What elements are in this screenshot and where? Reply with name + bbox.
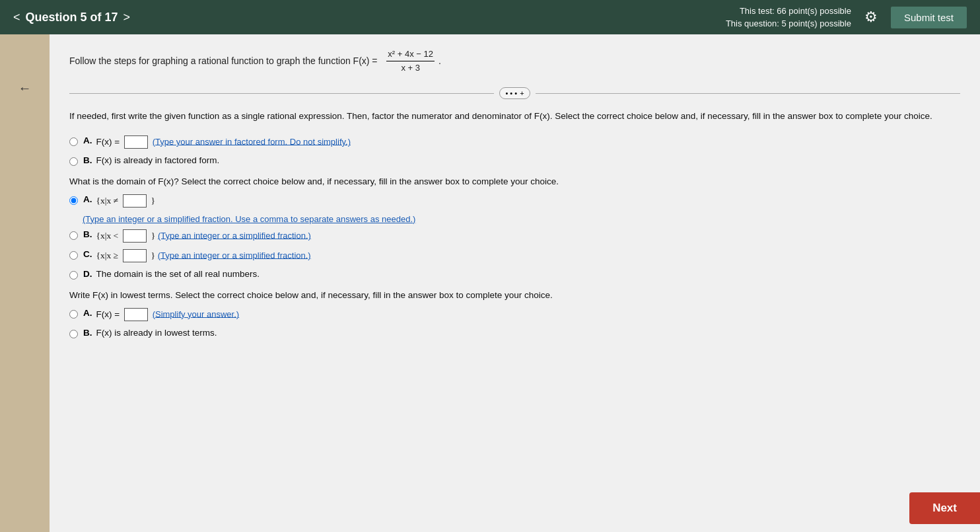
factored-form-text-b: F(x) is already in factored form.	[96, 155, 220, 165]
prev-arrow[interactable]: <	[13, 11, 20, 24]
nav-arrows: < Question 5 of 17 >	[13, 11, 130, 24]
header-left: < Question 5 of 17 >	[13, 11, 130, 24]
next-arrow[interactable]: >	[123, 11, 131, 24]
lowest-terms-radio-a[interactable]	[69, 310, 78, 319]
factored-form-note-a: (Type your answer in factored form. Do n…	[153, 136, 351, 146]
domain-text-a: {x|x ≠ }	[96, 194, 155, 208]
factored-form-input-a[interactable]	[124, 135, 148, 149]
question-prompt: Follow the steps for graphing a rational…	[69, 48, 960, 74]
domain-option-c: C. {x|x ≥ } (Type an integer or a simpli…	[69, 249, 960, 262]
domain-a-set-start: {x|x ≠	[96, 195, 118, 205]
domain-option-d: D. The domain is the set of all real num…	[69, 269, 960, 280]
lowest-terms-note-a: (Simplify your answer.)	[153, 309, 239, 319]
domain-label-d: D.	[83, 269, 92, 279]
domain-b-set-start: {x|x <	[96, 230, 119, 240]
domain-options: A. {x|x ≠ } (Type an integer or a simpli…	[69, 194, 960, 280]
domain-option-a: A. {x|x ≠ }	[69, 194, 960, 208]
test-info: This test: 66 point(s) possible This que…	[726, 5, 851, 30]
domain-b-input[interactable]	[123, 229, 147, 243]
domain-radio-d[interactable]	[69, 271, 78, 280]
header: < Question 5 of 17 > This test: 66 point…	[0, 0, 980, 34]
divider-btn-label: • • •	[505, 89, 517, 97]
numerator: x² + 4x − 12	[386, 48, 435, 61]
factored-form-options: A. F(x) = (Type your answer in factored …	[69, 135, 960, 166]
plus-icon: +	[520, 89, 524, 97]
expand-button[interactable]: • • • +	[499, 87, 530, 99]
lowest-terms-label-b: B.	[83, 328, 92, 338]
test-info-line1: This test: 66 point(s) possible	[726, 5, 851, 18]
lowest-terms-label-a: A.	[83, 308, 92, 318]
sidebar: ←	[0, 34, 50, 532]
question-label: Question 5 of 17	[26, 11, 118, 24]
divider: • • • +	[69, 87, 960, 99]
domain-c-set-start: {x|x ≥	[96, 250, 118, 260]
domain-c-set-end: }	[151, 250, 155, 260]
factored-form-label-b: B.	[83, 155, 92, 165]
domain-a-input[interactable]	[123, 194, 147, 208]
denominator: x + 3	[400, 61, 421, 75]
domain-option-b: B. {x|x < } (Type an integer or a simpli…	[69, 229, 960, 243]
factored-form-option-b: B. F(x) is already in factored form.	[69, 155, 960, 166]
content-area: Follow the steps for graphing a rational…	[50, 34, 980, 532]
function-display: x² + 4x − 12 x + 3 .	[380, 48, 440, 74]
domain-c-input[interactable]	[123, 249, 147, 262]
domain-b-set-end: }	[151, 230, 155, 240]
domain-c-note: (Type an integer or a simplified fractio…	[158, 250, 311, 260]
domain-radio-c[interactable]	[69, 251, 78, 260]
domain-radio-a[interactable]	[69, 196, 78, 205]
domain-label-c: C.	[83, 249, 92, 259]
domain-text-d: The domain is the set of all real number…	[96, 269, 260, 279]
next-button-container: Next	[909, 492, 980, 524]
domain-b-note: (Type an integer or a simplified fractio…	[158, 230, 311, 240]
divider-line-left	[69, 93, 494, 94]
domain-a-set-end: }	[151, 195, 155, 205]
instructions: If needed, first write the given functio…	[69, 109, 960, 124]
lowest-terms-option-b: B. F(x) is already in lowest terms.	[69, 328, 960, 338]
domain-text-b: {x|x < } (Type an integer or a simplifie…	[96, 229, 311, 243]
factored-form-text-a: F(x) = (Type your answer in factored for…	[96, 135, 351, 149]
factored-form-radio-b[interactable]	[69, 157, 78, 166]
domain-a-note: (Type an integer or a simplified fractio…	[83, 214, 960, 224]
domain-text-c: {x|x ≥ } (Type an integer or a simplifie…	[96, 249, 311, 262]
next-button[interactable]: Next	[909, 492, 980, 524]
lowest-terms-question: Write F(x) in lowest terms. Select the c…	[69, 290, 960, 300]
lowest-terms-radio-b[interactable]	[69, 330, 78, 338]
main-container: ← Follow the steps for graphing a ration…	[0, 34, 980, 532]
lowest-terms-input-a[interactable]	[124, 308, 148, 321]
factored-form-option-a: A. F(x) = (Type your answer in factored …	[69, 135, 960, 149]
factored-form-radio-a[interactable]	[69, 137, 78, 146]
function-fraction: x² + 4x − 12 x + 3	[386, 48, 435, 74]
lowest-terms-options: A. F(x) = (Simplify your answer.) B. F(x…	[69, 308, 960, 338]
lowest-terms-text-b: F(x) is already in lowest terms.	[96, 328, 217, 338]
back-arrow-icon[interactable]: ←	[18, 81, 32, 96]
submit-test-button[interactable]: Submit test	[891, 7, 967, 28]
test-info-line2: This question: 5 point(s) possible	[726, 17, 851, 30]
lowest-terms-text-a: F(x) = (Simplify your answer.)	[96, 308, 240, 321]
divider-line-right	[536, 93, 960, 94]
domain-label-a: A.	[83, 194, 92, 204]
prompt-text: Follow the steps for graphing a rational…	[69, 56, 378, 66]
domain-question: What is the domain of F(x)? Select the c…	[69, 176, 960, 186]
domain-label-b: B.	[83, 229, 92, 239]
factored-form-label-a: A.	[83, 135, 92, 145]
lowest-terms-option-a: A. F(x) = (Simplify your answer.)	[69, 308, 960, 321]
header-right: This test: 66 point(s) possible This que…	[726, 5, 967, 30]
domain-radio-b[interactable]	[69, 231, 78, 240]
gear-icon[interactable]: ⚙	[864, 9, 878, 26]
